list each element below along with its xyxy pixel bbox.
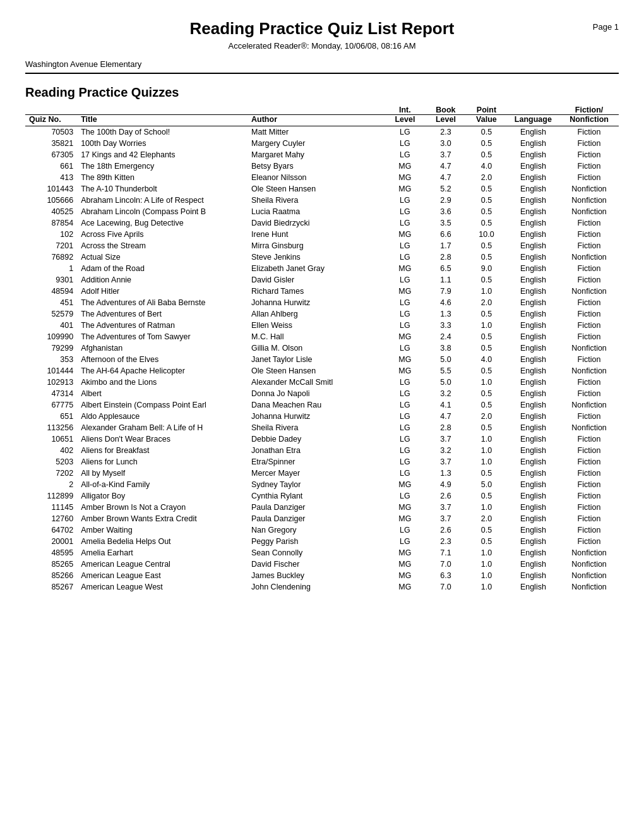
cell-title: The 89th Kitten [77,172,247,183]
col-header-author-1 [247,104,385,115]
cell-language: English [507,581,559,593]
cell-author: James Buckley [247,570,385,581]
cell-fiction: Nonfiction [559,195,619,206]
cell-author: David Fischer [247,559,385,570]
cell-quizno: 113256 [25,422,77,433]
cell-author: Eleanor Nilsson [247,172,385,183]
cell-fiction: Fiction [559,445,619,456]
cell-title: Amber Brown Is Not a Crayon [77,502,247,513]
cell-pointvalue: 0.5 [466,388,507,399]
cell-author: Peggy Parish [247,536,385,547]
cell-quizno: 109990 [25,331,77,342]
cell-language: English [507,263,559,274]
table-row: 10651Aliens Don't Wear BracesDebbie Dade… [25,433,619,445]
cell-quizno: 2 [25,479,77,490]
cell-pointvalue: 0.5 [466,240,507,251]
col-header-pointvalue-2: Value [466,115,507,126]
cell-booklevel: 7.0 [426,581,467,593]
table-row: 7201Across the StreamMirra GinsburgLG1.7… [25,240,619,251]
cell-booklevel: 3.7 [426,502,467,513]
table-row: 451The Adventures of Ali Baba BernsteJoh… [25,297,619,308]
cell-fiction: Fiction [559,126,619,138]
cell-author: Elizabeth Janet Gray [247,263,385,274]
cell-language: English [507,297,559,308]
cell-fiction: Fiction [559,138,619,149]
table-row: 651Aldo ApplesauceJohanna HurwitzLG4.72.… [25,411,619,422]
cell-intlevel: MG [385,172,426,183]
cell-author: Ellen Weiss [247,320,385,331]
cell-title: Aliens for Lunch [77,456,247,468]
cell-quizno: 102 [25,229,77,240]
cell-title: All-of-a-Kind Family [77,479,247,490]
cell-title: American League Central [77,559,247,570]
cell-quizno: 112899 [25,490,77,502]
cell-quizno: 87854 [25,217,77,229]
cell-fiction: Nonfiction [559,206,619,217]
cell-language: English [507,138,559,149]
cell-title: Ace Lacewing, Bug Detective [77,217,247,229]
table-row: 109990The Adventures of Tom SawyerM.C. H… [25,331,619,342]
table-row: 87854Ace Lacewing, Bug DetectiveDavid Bi… [25,217,619,229]
cell-pointvalue: 0.5 [466,342,507,354]
cell-pointvalue: 0.5 [466,149,507,160]
cell-intlevel: MG [385,183,426,195]
table-row: 2All-of-a-Kind FamilySydney TaylorMG4.95… [25,479,619,490]
cell-language: English [507,206,559,217]
cell-intlevel: MG [385,354,426,365]
col-header-fiction-2: Nonfiction [559,115,619,126]
cell-booklevel: 2.6 [426,524,467,536]
cell-language: English [507,399,559,411]
cell-booklevel: 3.6 [426,206,467,217]
table-row: 35821100th Day WorriesMargery CuylerLG3.… [25,138,619,149]
cell-pointvalue: 2.0 [466,513,507,524]
cell-language: English [507,342,559,354]
cell-author: Janet Taylor Lisle [247,354,385,365]
cell-booklevel: 4.7 [426,172,467,183]
cell-fiction: Fiction [559,172,619,183]
cell-author: Gillia M. Olson [247,342,385,354]
col-header-fiction-1: Fiction/ [559,104,619,115]
table-row: 52579The Adventures of BertAllan Ahlberg… [25,308,619,320]
cell-author: Sheila Rivera [247,422,385,433]
cell-language: English [507,536,559,547]
cell-title: Afternoon of the Elves [77,354,247,365]
col-header-title-1 [77,104,247,115]
cell-quizno: 85266 [25,570,77,581]
cell-language: English [507,195,559,206]
cell-quizno: 105666 [25,195,77,206]
cell-booklevel: 3.5 [426,217,467,229]
cell-booklevel: 2.4 [426,331,467,342]
cell-booklevel: 7.1 [426,547,467,559]
cell-pointvalue: 0.5 [466,183,507,195]
table-row: 101443The A-10 ThunderboltOle Steen Hans… [25,183,619,195]
cell-booklevel: 5.0 [426,354,467,365]
cell-language: English [507,490,559,502]
cell-intlevel: MG [385,479,426,490]
col-header-language-2: Language [507,115,559,126]
cell-fiction: Nonfiction [559,342,619,354]
cell-intlevel: LG [385,524,426,536]
cell-fiction: Fiction [559,468,619,479]
cell-booklevel: 7.9 [426,286,467,297]
cell-author: Betsy Byars [247,160,385,172]
cell-pointvalue: 0.5 [466,399,507,411]
cell-quizno: 451 [25,297,77,308]
cell-fiction: Fiction [559,536,619,547]
table-row: 113256Alexander Graham Bell: A Life of H… [25,422,619,433]
cell-quizno: 5203 [25,456,77,468]
table-row: 85266American League EastJames BuckleyMG… [25,570,619,581]
cell-pointvalue: 0.5 [466,274,507,286]
cell-quizno: 101443 [25,183,77,195]
cell-booklevel: 4.9 [426,479,467,490]
cell-quizno: 85265 [25,559,77,570]
cell-title: Actual Size [77,251,247,263]
cell-booklevel: 5.5 [426,365,467,377]
cell-intlevel: MG [385,263,426,274]
cell-fiction: Nonfiction [559,365,619,377]
cell-quizno: 101444 [25,365,77,377]
cell-fiction: Fiction [559,274,619,286]
cell-language: English [507,570,559,581]
cell-title: American League East [77,570,247,581]
cell-pointvalue: 1.0 [466,547,507,559]
cell-language: English [507,479,559,490]
